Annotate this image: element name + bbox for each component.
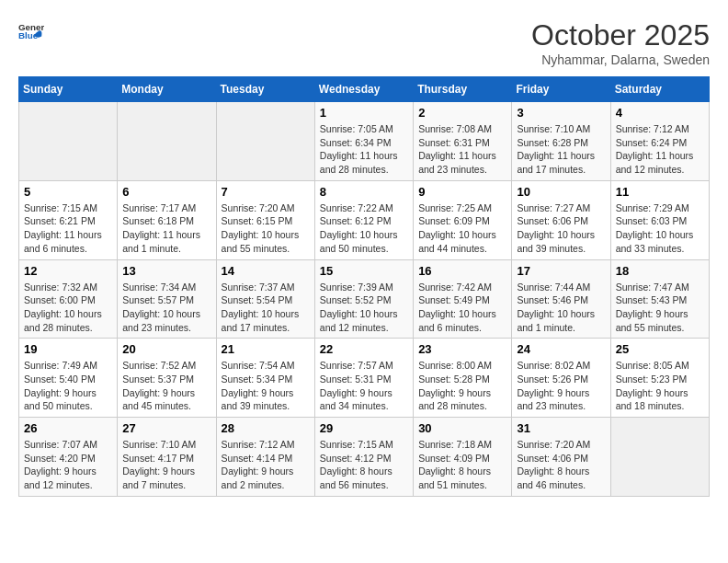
week-row-5: 26Sunrise: 7:07 AMSunset: 4:20 PMDayligh… bbox=[19, 418, 710, 497]
calendar-cell: 28Sunrise: 7:12 AMSunset: 4:14 PMDayligh… bbox=[216, 418, 314, 497]
day-number: 30 bbox=[418, 421, 506, 435]
day-info: Sunrise: 7:07 AMSunset: 4:20 PMDaylight:… bbox=[24, 438, 112, 492]
day-number: 11 bbox=[616, 185, 704, 199]
day-number: 1 bbox=[320, 106, 408, 120]
calendar-cell: 8Sunrise: 7:22 AMSunset: 6:12 PMDaylight… bbox=[314, 180, 413, 259]
logo: General Blue bbox=[18, 18, 44, 44]
day-info: Sunrise: 8:02 AMSunset: 5:26 PMDaylight:… bbox=[517, 359, 605, 413]
week-row-4: 19Sunrise: 7:49 AMSunset: 5:40 PMDayligh… bbox=[19, 339, 710, 418]
calendar-cell: 25Sunrise: 8:05 AMSunset: 5:23 PMDayligh… bbox=[610, 339, 709, 418]
header-monday: Monday bbox=[118, 77, 216, 102]
week-row-2: 5Sunrise: 7:15 AMSunset: 6:21 PMDaylight… bbox=[19, 180, 710, 259]
calendar-cell: 27Sunrise: 7:10 AMSunset: 4:17 PMDayligh… bbox=[118, 418, 216, 497]
day-info: Sunrise: 7:18 AMSunset: 4:09 PMDaylight:… bbox=[418, 438, 506, 492]
day-number: 22 bbox=[320, 342, 408, 356]
day-info: Sunrise: 7:20 AMSunset: 6:15 PMDaylight:… bbox=[222, 201, 310, 256]
day-number: 27 bbox=[122, 421, 210, 435]
day-info: Sunrise: 7:10 AMSunset: 6:28 PMDaylight:… bbox=[517, 122, 605, 177]
header-sunday: Sunday bbox=[19, 77, 118, 102]
calendar-cell: 15Sunrise: 7:39 AMSunset: 5:52 PMDayligh… bbox=[314, 259, 413, 339]
title-block: October 2025 Nyhammar, Dalarna, Sweden bbox=[531, 18, 710, 67]
day-info: Sunrise: 7:39 AMSunset: 5:52 PMDaylight:… bbox=[320, 281, 408, 335]
calendar-cell: 1Sunrise: 7:05 AMSunset: 6:34 PMDaylight… bbox=[314, 102, 413, 181]
day-number: 3 bbox=[517, 106, 605, 120]
day-info: Sunrise: 7:17 AMSunset: 6:18 PMDaylight:… bbox=[122, 201, 210, 256]
day-info: Sunrise: 7:57 AMSunset: 5:31 PMDaylight:… bbox=[320, 359, 408, 413]
day-number: 24 bbox=[517, 342, 605, 356]
day-info: Sunrise: 7:12 AMSunset: 6:24 PMDaylight:… bbox=[616, 122, 704, 177]
day-info: Sunrise: 7:15 AMSunset: 6:21 PMDaylight:… bbox=[24, 201, 112, 256]
day-info: Sunrise: 7:27 AMSunset: 6:06 PMDaylight:… bbox=[517, 201, 605, 256]
calendar-cell: 31Sunrise: 7:20 AMSunset: 4:06 PMDayligh… bbox=[512, 418, 610, 497]
calendar-cell bbox=[19, 102, 118, 181]
day-number: 26 bbox=[24, 421, 112, 435]
day-number: 16 bbox=[418, 264, 506, 278]
day-info: Sunrise: 7:44 AMSunset: 5:46 PMDaylight:… bbox=[517, 281, 605, 335]
logo-icon: General Blue bbox=[18, 18, 44, 44]
header-saturday: Saturday bbox=[610, 77, 709, 102]
calendar-cell: 9Sunrise: 7:25 AMSunset: 6:09 PMDaylight… bbox=[414, 180, 512, 259]
day-info: Sunrise: 7:08 AMSunset: 6:31 PMDaylight:… bbox=[418, 122, 506, 177]
calendar-cell: 22Sunrise: 7:57 AMSunset: 5:31 PMDayligh… bbox=[314, 339, 413, 418]
day-number: 25 bbox=[616, 342, 704, 356]
day-info: Sunrise: 7:42 AMSunset: 5:49 PMDaylight:… bbox=[418, 281, 506, 335]
header-row: SundayMondayTuesdayWednesdayThursdayFrid… bbox=[19, 77, 710, 102]
day-info: Sunrise: 8:05 AMSunset: 5:23 PMDaylight:… bbox=[616, 359, 704, 413]
day-number: 29 bbox=[320, 421, 408, 435]
calendar-cell: 12Sunrise: 7:32 AMSunset: 6:00 PMDayligh… bbox=[19, 259, 118, 339]
day-number: 10 bbox=[517, 185, 605, 199]
day-number: 21 bbox=[222, 342, 310, 356]
calendar-cell: 6Sunrise: 7:17 AMSunset: 6:18 PMDaylight… bbox=[118, 180, 216, 259]
day-info: Sunrise: 7:47 AMSunset: 5:43 PMDaylight:… bbox=[616, 281, 704, 335]
header-thursday: Thursday bbox=[414, 77, 512, 102]
day-number: 31 bbox=[517, 421, 605, 435]
week-row-3: 12Sunrise: 7:32 AMSunset: 6:00 PMDayligh… bbox=[19, 259, 710, 339]
day-number: 6 bbox=[122, 185, 210, 199]
day-number: 2 bbox=[418, 106, 506, 120]
calendar-table: SundayMondayTuesdayWednesdayThursdayFrid… bbox=[18, 76, 710, 497]
page-header: General Blue October 2025 Nyhammar, Dala… bbox=[18, 18, 710, 67]
calendar-cell: 3Sunrise: 7:10 AMSunset: 6:28 PMDaylight… bbox=[512, 102, 610, 181]
day-info: Sunrise: 7:05 AMSunset: 6:34 PMDaylight:… bbox=[320, 122, 408, 177]
calendar-cell: 4Sunrise: 7:12 AMSunset: 6:24 PMDaylight… bbox=[610, 102, 709, 181]
day-info: Sunrise: 7:54 AMSunset: 5:34 PMDaylight:… bbox=[222, 359, 310, 413]
calendar-cell: 17Sunrise: 7:44 AMSunset: 5:46 PMDayligh… bbox=[512, 259, 610, 339]
calendar-cell: 30Sunrise: 7:18 AMSunset: 4:09 PMDayligh… bbox=[414, 418, 512, 497]
day-info: Sunrise: 7:10 AMSunset: 4:17 PMDaylight:… bbox=[122, 438, 210, 492]
calendar-cell: 16Sunrise: 7:42 AMSunset: 5:49 PMDayligh… bbox=[414, 259, 512, 339]
subtitle: Nyhammar, Dalarna, Sweden bbox=[531, 52, 710, 67]
calendar-cell: 23Sunrise: 8:00 AMSunset: 5:28 PMDayligh… bbox=[414, 339, 512, 418]
calendar-cell: 21Sunrise: 7:54 AMSunset: 5:34 PMDayligh… bbox=[216, 339, 314, 418]
day-info: Sunrise: 7:15 AMSunset: 4:12 PMDaylight:… bbox=[320, 438, 408, 492]
day-info: Sunrise: 7:29 AMSunset: 6:03 PMDaylight:… bbox=[616, 201, 704, 256]
day-number: 20 bbox=[122, 342, 210, 356]
calendar-cell: 13Sunrise: 7:34 AMSunset: 5:57 PMDayligh… bbox=[118, 259, 216, 339]
calendar-cell: 24Sunrise: 8:02 AMSunset: 5:26 PMDayligh… bbox=[512, 339, 610, 418]
day-number: 7 bbox=[222, 185, 310, 199]
day-number: 8 bbox=[320, 185, 408, 199]
day-info: Sunrise: 7:49 AMSunset: 5:40 PMDaylight:… bbox=[24, 359, 112, 413]
calendar-cell bbox=[216, 102, 314, 181]
day-number: 9 bbox=[418, 185, 506, 199]
calendar-cell: 7Sunrise: 7:20 AMSunset: 6:15 PMDaylight… bbox=[216, 180, 314, 259]
day-number: 4 bbox=[616, 106, 704, 120]
day-info: Sunrise: 7:22 AMSunset: 6:12 PMDaylight:… bbox=[320, 201, 408, 256]
calendar-cell: 11Sunrise: 7:29 AMSunset: 6:03 PMDayligh… bbox=[610, 180, 709, 259]
day-info: Sunrise: 7:52 AMSunset: 5:37 PMDaylight:… bbox=[122, 359, 210, 413]
day-number: 23 bbox=[418, 342, 506, 356]
day-info: Sunrise: 7:32 AMSunset: 6:00 PMDaylight:… bbox=[24, 281, 112, 335]
day-info: Sunrise: 7:20 AMSunset: 4:06 PMDaylight:… bbox=[517, 438, 605, 492]
day-number: 12 bbox=[24, 264, 112, 278]
calendar-cell: 5Sunrise: 7:15 AMSunset: 6:21 PMDaylight… bbox=[19, 180, 118, 259]
day-info: Sunrise: 8:00 AMSunset: 5:28 PMDaylight:… bbox=[418, 359, 506, 413]
day-number: 17 bbox=[517, 264, 605, 278]
header-tuesday: Tuesday bbox=[216, 77, 314, 102]
month-title: October 2025 bbox=[531, 18, 710, 52]
day-info: Sunrise: 7:25 AMSunset: 6:09 PMDaylight:… bbox=[418, 201, 506, 256]
calendar-cell: 29Sunrise: 7:15 AMSunset: 4:12 PMDayligh… bbox=[314, 418, 413, 497]
calendar-cell: 18Sunrise: 7:47 AMSunset: 5:43 PMDayligh… bbox=[610, 259, 709, 339]
day-number: 18 bbox=[616, 264, 704, 278]
calendar-cell bbox=[610, 418, 709, 497]
calendar-cell: 2Sunrise: 7:08 AMSunset: 6:31 PMDaylight… bbox=[414, 102, 512, 181]
day-info: Sunrise: 7:12 AMSunset: 4:14 PMDaylight:… bbox=[222, 438, 310, 492]
